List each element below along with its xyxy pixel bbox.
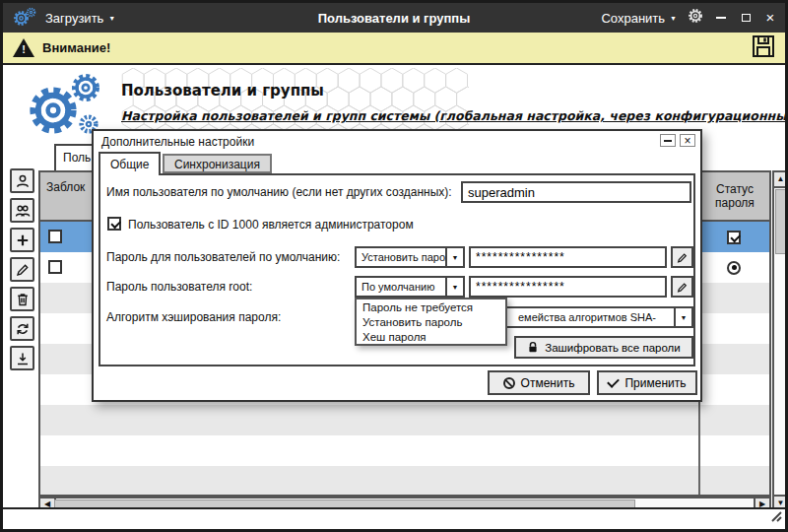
dropdown-option-password-hash[interactable]: Хеш пароля bbox=[357, 329, 505, 344]
encrypt-all-label: Зашифровать все пароли bbox=[545, 342, 680, 354]
users-icon bbox=[15, 203, 31, 219]
tab-users-label: Поль bbox=[63, 151, 91, 165]
refresh-button[interactable] bbox=[10, 316, 34, 341]
cancel-button[interactable]: Отменить bbox=[488, 370, 590, 395]
window-title: Пользователи и группы bbox=[318, 11, 471, 26]
dialog-close-button[interactable]: × bbox=[680, 134, 695, 147]
page-title: Пользователи и группы bbox=[121, 82, 324, 100]
tab-general-label: Общие bbox=[110, 158, 149, 171]
tab-sync[interactable]: Синхронизация bbox=[163, 154, 272, 173]
minimize-icon bbox=[716, 17, 726, 19]
maximize-button[interactable] bbox=[739, 10, 753, 26]
diskette-icon bbox=[752, 34, 775, 58]
vertical-scrollbar[interactable]: ▲ ▼ bbox=[772, 170, 788, 512]
dropdown-option-no-password[interactable]: Пароль не требуется bbox=[357, 299, 505, 314]
check-icon bbox=[608, 375, 621, 388]
cancel-button-label: Отменить bbox=[521, 376, 575, 390]
default-password-edit-button[interactable] bbox=[671, 246, 693, 268]
edit-button[interactable] bbox=[10, 257, 34, 282]
delete-button[interactable] bbox=[10, 287, 34, 311]
caret-down-icon: ▼ bbox=[674, 308, 691, 326]
vertical-scrollbar-thumb[interactable] bbox=[775, 189, 786, 254]
admin-checkbox-label: Пользователь с ID 1000 является админист… bbox=[128, 218, 414, 232]
username-label: Имя пользователя по умолчанию (если нет … bbox=[106, 185, 452, 199]
caret-down-icon: ▼ bbox=[670, 15, 677, 22]
password-mode-dropdown: Пароль не требуется Установить пароль Хе… bbox=[355, 298, 507, 346]
column-header-blocked: Заблок bbox=[46, 180, 85, 194]
dialog-minimize-button[interactable] bbox=[660, 134, 676, 147]
hash-algorithm-label: Алгоритм хэширования пароля: bbox=[106, 310, 281, 324]
refresh-icon bbox=[15, 321, 31, 337]
table-row[interactable] bbox=[40, 435, 769, 466]
load-menu-label: Загрузить bbox=[45, 11, 103, 26]
caret-down-icon: ▼ bbox=[108, 15, 115, 22]
warning-bar: ! Внимание! bbox=[3, 33, 785, 65]
pencil-icon bbox=[15, 262, 31, 278]
column-header-status: Статус пароля bbox=[700, 172, 769, 220]
row-status-radio[interactable] bbox=[727, 261, 741, 275]
warning-icon: ! bbox=[13, 38, 34, 57]
close-button[interactable]: × bbox=[763, 10, 777, 26]
username-input[interactable] bbox=[461, 181, 691, 203]
titlebar: Загрузить ▼ Пользователи и группы Сохран… bbox=[3, 3, 785, 33]
resize-grip[interactable] bbox=[769, 509, 783, 527]
row-blocked-checkbox[interactable] bbox=[48, 230, 62, 243]
default-password-label: Пароль для пользователей по умолчанию: bbox=[106, 250, 340, 264]
root-password-edit-button[interactable] bbox=[671, 276, 693, 298]
download-icon bbox=[15, 351, 31, 366]
apply-button-label: Применить bbox=[624, 376, 686, 390]
settings-gear-button[interactable] bbox=[688, 8, 703, 28]
page-subtitle: Настройка пользователей и групп системы … bbox=[121, 108, 788, 123]
save-menu-label: Сохранить bbox=[601, 11, 665, 26]
admin-checkbox[interactable] bbox=[107, 217, 121, 231]
tab-general[interactable]: Общие bbox=[98, 152, 161, 175]
root-password-input[interactable] bbox=[469, 276, 667, 298]
minimize-icon bbox=[664, 140, 672, 142]
encrypt-all-button[interactable]: Зашифровать все пароли bbox=[514, 336, 693, 359]
tab-sync-label: Синхронизация bbox=[174, 158, 260, 171]
cancel-icon bbox=[503, 377, 515, 389]
app-window: Загрузить ▼ Пользователи и группы Сохран… bbox=[0, 0, 788, 532]
hexagon-pattern bbox=[119, 68, 469, 137]
maximize-icon bbox=[742, 14, 751, 22]
table-row[interactable] bbox=[40, 405, 769, 435]
save-file-button[interactable] bbox=[752, 34, 775, 62]
settings-dialog: Дополнительные настройки × Общие Синхрон… bbox=[92, 129, 702, 402]
default-password-input[interactable] bbox=[469, 246, 667, 268]
root-password-mode-select[interactable]: По умолчанию ▼ bbox=[355, 276, 465, 298]
lock-icon bbox=[527, 341, 539, 354]
user-button[interactable] bbox=[10, 168, 34, 193]
download-button[interactable] bbox=[10, 346, 34, 370]
row-blocked-checkbox[interactable] bbox=[48, 260, 62, 274]
dropdown-option-set-password[interactable]: Установить пароль bbox=[357, 314, 505, 329]
dialog-title: Дополнительные настройки bbox=[101, 135, 254, 149]
row-status-checkbox[interactable] bbox=[727, 231, 741, 244]
caret-down-icon: ▼ bbox=[445, 278, 463, 296]
default-password-mode-select[interactable]: Установить пароль ▼ bbox=[355, 246, 465, 268]
status-bar bbox=[3, 507, 785, 529]
root-password-label: Пароль пользователя root: bbox=[106, 280, 252, 294]
apply-button[interactable]: Применить bbox=[597, 370, 697, 395]
table-row[interactable] bbox=[40, 466, 769, 497]
user-icon bbox=[15, 173, 31, 189]
trash-icon bbox=[15, 292, 31, 307]
default-password-mode-value: Установить пароль bbox=[357, 248, 445, 266]
dialog-body: Имя пользователя по умолчанию (если нет … bbox=[98, 173, 695, 366]
plus-icon bbox=[15, 233, 31, 248]
scroll-up-arrow[interactable]: ▲ bbox=[774, 172, 787, 188]
pencil-icon bbox=[676, 251, 689, 264]
add-button[interactable] bbox=[10, 228, 34, 252]
save-menu-button[interactable]: Сохранить ▼ bbox=[601, 11, 677, 26]
warning-text: Внимание! bbox=[42, 40, 110, 55]
minimize-button[interactable] bbox=[714, 10, 728, 26]
load-menu-button[interactable]: Загрузить ▼ bbox=[45, 11, 115, 26]
root-password-mode-value: По умолчанию bbox=[357, 278, 445, 296]
pencil-icon bbox=[676, 281, 689, 294]
caret-down-icon: ▼ bbox=[445, 248, 463, 266]
users-group-button[interactable] bbox=[10, 198, 34, 223]
app-gears-icon bbox=[13, 7, 38, 29]
